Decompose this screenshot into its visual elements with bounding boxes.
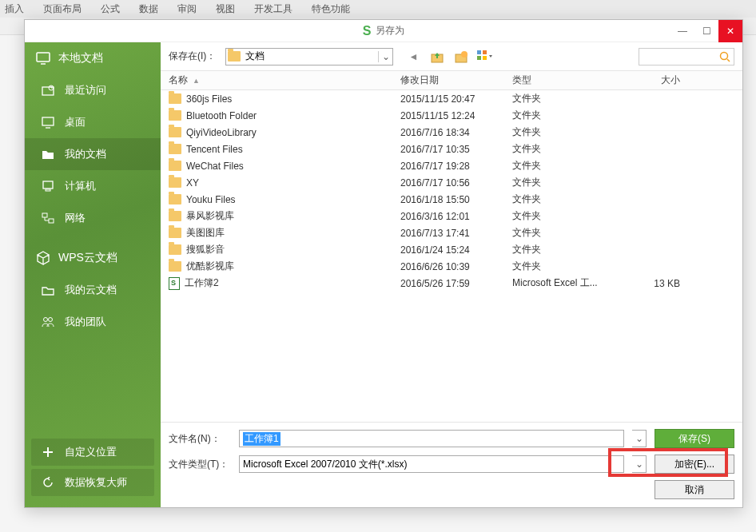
menu-review[interactable]: 审阅 [177, 2, 197, 16]
sidebar-item-team[interactable]: 我的团队 [25, 306, 161, 338]
menu-formula[interactable]: 公式 [101, 2, 120, 16]
savein-value: 文档 [242, 50, 378, 63]
file-date: 2016/7/17 10:56 [400, 177, 512, 189]
menu-layout[interactable]: 页面布局 [43, 2, 82, 16]
chevron-down-icon[interactable]: ⌄ [378, 51, 392, 62]
search-input[interactable] [639, 48, 734, 66]
file-row[interactable]: Bluetooth Folder2015/11/15 12:24文件夹 [161, 107, 742, 124]
sidebar-item-folder[interactable]: 我的文档 [25, 138, 161, 170]
svg-rect-8 [42, 213, 47, 217]
file-row[interactable]: 优酷影视库2016/6/26 10:39文件夹 [161, 258, 742, 275]
svg-rect-6 [43, 181, 53, 189]
search-icon [719, 51, 730, 62]
view-menu-button[interactable] [476, 48, 494, 66]
file-name: 暴风影视库 [186, 209, 234, 223]
file-row[interactable]: 360js Files2015/11/15 20:47文件夹 [161, 90, 742, 107]
menu-special[interactable]: 特色功能 [312, 2, 350, 16]
file-row[interactable]: 暴风影视库2016/3/16 12:01文件夹 [161, 208, 742, 224]
file-size: 13 KB [624, 278, 688, 289]
menu-devtools[interactable]: 开发工具 [254, 2, 292, 16]
app-logo-icon: S [363, 24, 372, 38]
maximize-button[interactable]: ☐ [694, 20, 718, 42]
svg-rect-17 [477, 56, 481, 60]
folder-icon [169, 194, 181, 204]
sidebar-item-label: 计算机 [65, 179, 96, 193]
svg-point-19 [721, 52, 728, 59]
menu-insert[interactable]: 插入 [5, 2, 24, 16]
file-row[interactable]: XY2016/7/17 10:56文件夹 [161, 174, 742, 191]
folder-icon [169, 161, 181, 171]
file-name: Bluetooth Folder [186, 110, 257, 121]
sidebar-item-network[interactable]: 网络 [25, 202, 161, 234]
file-date: 2015/11/15 20:47 [400, 93, 512, 105]
sidebar-header-label: 本地文档 [58, 51, 103, 66]
savein-combo[interactable]: 文档 ⌄ [225, 48, 393, 66]
sidebar-item-refresh[interactable]: 数据恢复大师 [31, 469, 154, 496]
folder-icon [169, 244, 181, 255]
svg-rect-18 [483, 56, 487, 60]
filetype-dropdown[interactable]: ⌄ [632, 455, 647, 473]
folder-icon [169, 144, 181, 154]
excel-file-icon [169, 277, 180, 290]
file-row[interactable]: QiyiVideoLibrary2016/7/16 18:34文件夹 [161, 124, 742, 141]
sidebar-item-desktop[interactable]: 桌面 [25, 106, 161, 138]
folder-icon [169, 177, 181, 188]
file-type: 文件夹 [512, 159, 624, 173]
col-size[interactable]: 大小 [624, 73, 688, 87]
col-type[interactable]: 类型 [512, 73, 624, 87]
plus-icon [41, 445, 55, 459]
sidebar-item-label: 网络 [65, 211, 86, 225]
sidebar-item-label: 自定义位置 [65, 445, 117, 459]
folder-icon [169, 211, 181, 221]
file-row[interactable]: 搜狐影音2016/1/24 15:24文件夹 [161, 241, 742, 258]
sidebar: 本地文档 最近访问桌面我的文档计算机网络 WPS云文档 我的云文档我的团队 自定… [25, 42, 161, 507]
menu-view[interactable]: 视图 [216, 2, 235, 16]
sidebar-local-header: 本地文档 [25, 42, 161, 74]
sidebar-item-plus[interactable]: 自定义位置 [31, 439, 154, 466]
file-date: 2016/7/16 18:34 [400, 127, 512, 138]
file-name: Youku Files [186, 194, 236, 205]
svg-point-10 [44, 318, 48, 322]
file-type: 文件夹 [512, 92, 624, 105]
file-row[interactable]: 美图图库2016/7/13 17:41文件夹 [161, 224, 742, 241]
file-row[interactable]: 工作簿22016/5/26 17:59Microsoft Excel 工...1… [161, 275, 742, 292]
back-button[interactable]: ◄ [404, 48, 422, 66]
network-icon [41, 211, 55, 225]
new-folder-button[interactable] [452, 48, 470, 66]
up-button[interactable] [428, 48, 446, 66]
computer-icon [41, 179, 55, 193]
file-row[interactable]: WeChat Files2016/7/17 19:28文件夹 [161, 157, 742, 174]
menu-data[interactable]: 数据 [139, 2, 158, 16]
svg-rect-16 [483, 50, 487, 54]
close-button[interactable]: ✕ [718, 20, 742, 42]
save-button[interactable]: 保存(S) [655, 429, 734, 448]
file-date: 2016/1/18 15:50 [400, 194, 512, 205]
encrypt-button[interactable]: 加密(E)... [655, 455, 734, 474]
sidebar-cloud-label: WPS云文档 [58, 251, 117, 265]
svg-rect-15 [477, 50, 481, 54]
minimize-button[interactable]: — [670, 20, 694, 42]
file-date: 2016/7/17 19:28 [400, 161, 512, 172]
svg-rect-0 [37, 53, 50, 62]
file-name: 工作簿2 [185, 276, 219, 290]
file-row[interactable]: Youku Files2016/1/18 15:50文件夹 [161, 191, 742, 208]
sidebar-item-recent[interactable]: 最近访问 [25, 74, 161, 106]
col-name[interactable]: 名称▲ [161, 73, 400, 87]
main-panel: 保存在(I)： 文档 ⌄ ◄ [161, 42, 742, 507]
file-name: 搜狐影音 [186, 243, 225, 256]
file-list[interactable]: 360js Files2015/11/15 20:47文件夹Bluetooth … [161, 90, 742, 422]
toolbar: 保存在(I)： 文档 ⌄ ◄ [161, 42, 742, 71]
sidebar-item-computer[interactable]: 计算机 [25, 170, 161, 202]
file-name: WeChat Files [186, 161, 244, 172]
file-row[interactable]: Tencent Files2016/7/17 10:35文件夹 [161, 141, 742, 157]
folder-icon [169, 228, 181, 238]
filename-input[interactable]: 工作簿1 [239, 430, 624, 447]
filetype-select[interactable]: Microsoft Excel 2007/2010 文件(*.xlsx) [239, 455, 624, 473]
bottom-panel: 文件名(N)： 工作簿1 ⌄ 保存(S) 文件类型(T)： Microsoft … [161, 422, 742, 507]
sidebar-item-cloud-folder[interactable]: 我的云文档 [25, 274, 161, 306]
cancel-button[interactable]: 取消 [655, 480, 734, 499]
svg-rect-7 [46, 189, 50, 191]
file-date: 2016/5/26 17:59 [400, 278, 512, 289]
filename-dropdown[interactable]: ⌄ [632, 430, 647, 447]
col-date[interactable]: 修改日期 [400, 73, 512, 87]
